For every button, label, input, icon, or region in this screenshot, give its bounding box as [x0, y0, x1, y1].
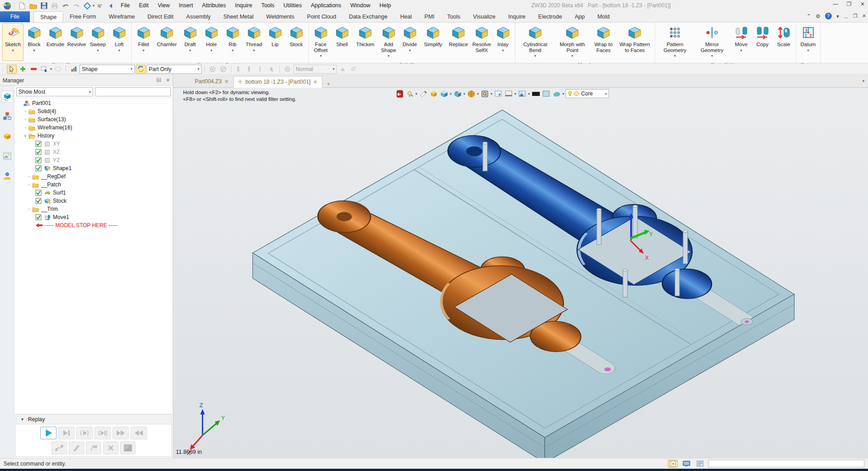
dropdown-arrow-icon[interactable]: ▾ — [807, 48, 809, 52]
tree-row[interactable]: ›Wireframe(16) — [14, 124, 173, 132]
replay-play-button[interactable] — [40, 427, 57, 439]
tab-close-icon[interactable]: ✕ — [224, 79, 228, 85]
menu-applications[interactable]: Applications — [306, 0, 345, 11]
dropdown-arrow-icon[interactable]: ▾ — [502, 48, 504, 52]
tree-expand-arrow[interactable]: › — [23, 125, 28, 130]
window-select-dropdown-icon[interactable]: ▾ — [50, 67, 52, 71]
restore-button[interactable]: ❐ — [845, 1, 853, 7]
erase-icon[interactable] — [419, 89, 428, 98]
tree-row[interactable]: ∨History — [14, 132, 173, 140]
checkbox-checked-icon[interactable] — [35, 141, 42, 147]
ribbon-tab-wireframe[interactable]: Wireframe — [103, 11, 142, 22]
manager-header[interactable]: Manager 回 ✕ — [0, 75, 173, 86]
manager-close-icon[interactable]: ✕ — [166, 77, 170, 83]
menu-inquire[interactable]: Inquire — [231, 0, 257, 11]
move-button[interactable]: Move▾ — [731, 23, 752, 61]
ribbon-tab-pmi[interactable]: PMI — [418, 11, 441, 22]
exit-view-icon[interactable] — [395, 89, 404, 98]
ribbon-tab-data-exchange[interactable]: Data Exchange — [343, 11, 394, 22]
dropdown-arrow-icon[interactable]: ▾ — [253, 48, 255, 52]
scale-button[interactable]: Scale — [773, 23, 794, 61]
tree-row[interactable]: Stock — [14, 197, 173, 205]
ribbon-tab-free-form[interactable]: Free Form — [63, 11, 102, 22]
redo-icon[interactable] — [71, 1, 81, 10]
pick-filter-icon[interactable] — [69, 65, 79, 74]
tree-row[interactable]: Move1 — [14, 213, 173, 221]
replace-button[interactable]: Replace — [446, 23, 471, 61]
menu-view[interactable]: View — [153, 0, 175, 11]
toolbar-grip[interactable]: ⋮ — [1, 67, 6, 71]
loft-button[interactable]: Loft▾ — [108, 23, 130, 61]
standard-view-icon[interactable] — [439, 89, 448, 98]
display-monitor-icon[interactable] — [681, 460, 691, 468]
extrude-button[interactable]: Extrude — [45, 23, 66, 61]
black-color-swatch[interactable] — [531, 89, 540, 98]
dropdown-arrow-icon[interactable]: ▾ — [189, 48, 191, 52]
tab-close-icon[interactable]: ✕ — [313, 79, 317, 85]
assembly-manager-tab[interactable] — [1, 110, 13, 122]
menu-edit[interactable]: Edit — [134, 0, 153, 11]
dropdown-arrow-icon[interactable]: ▾ — [534, 54, 536, 58]
datum-button[interactable]: 312Datum▾ — [797, 23, 819, 61]
menu-help[interactable]: Help — [375, 0, 396, 11]
menu-tools[interactable]: Tools — [257, 0, 279, 11]
tree-row[interactable]: ›Solid(4) — [14, 107, 173, 115]
collapse-ribbon-icon[interactable]: ⌃ — [807, 13, 811, 19]
doc-minimize-button[interactable]: ＿ — [844, 13, 849, 19]
tree-row[interactable]: Shape1 — [14, 164, 173, 172]
fillet-button[interactable]: Fillet▾ — [133, 23, 154, 61]
show-target-icon[interactable] — [429, 89, 438, 98]
pick-select-icon[interactable] — [7, 65, 17, 74]
blue-color-swatch[interactable] — [542, 89, 551, 98]
dropdown-arrow-icon[interactable]: ▾ — [409, 48, 410, 52]
ribbon-tab-weldments[interactable]: Weldments — [260, 11, 301, 22]
command-log-icon[interactable] — [695, 460, 705, 468]
quick-access-dropdown-icon[interactable]: ▾ — [93, 4, 94, 8]
ribbon-tab-assembly[interactable]: Assembly — [180, 11, 217, 22]
viewport[interactable]: Hold down <F2> for dynamic viewing. <F8>… — [173, 88, 868, 458]
mirror-geometry-button[interactable]: Mirror Geometry▾ — [693, 23, 731, 61]
tree-row[interactable]: XY — [14, 140, 173, 148]
manager-search-input[interactable] — [95, 87, 171, 96]
material-icon[interactable] — [552, 89, 561, 98]
sketch-button[interactable]: Sketch▾ — [2, 23, 24, 61]
tree-row-root[interactable]: Part001 — [14, 99, 173, 107]
menu-attributes[interactable]: Attributes — [198, 0, 231, 11]
stock-button[interactable]: Stock — [286, 23, 307, 61]
history-manager-tab[interactable] — [1, 90, 13, 102]
section-view-icon[interactable] — [453, 89, 462, 98]
dropdown-arrow-icon[interactable]: ▾ — [231, 48, 233, 52]
menu-file[interactable]: File — [116, 0, 134, 11]
tree-row[interactable]: ›__RegDef — [14, 172, 173, 181]
lip-button[interactable]: Lip — [264, 23, 286, 61]
tree-row[interactable]: YZ — [14, 156, 173, 164]
ribbon-tab-heal[interactable]: Heal — [394, 11, 418, 22]
multiview-layout-icon[interactable] — [504, 89, 513, 98]
document-tab-1[interactable]: ✛bottom 18 -1.Z3 - [Part001]✕ — [233, 76, 322, 88]
rib-button[interactable]: Rib▾ — [222, 23, 243, 61]
viewport-3d-scene[interactable]: Y X Z Y X — [173, 88, 868, 458]
new-file-icon[interactable] — [17, 1, 27, 10]
show-filter-combo[interactable]: Show Most▾ — [16, 87, 93, 96]
ribbon-tab-point-cloud[interactable]: Point Cloud — [301, 11, 343, 22]
tab-list-dropdown-icon[interactable]: ▾ — [862, 79, 864, 83]
perspective-dropdown-icon[interactable]: ▾ — [477, 92, 479, 96]
dropdown-arrow-icon[interactable]: ▾ — [740, 48, 742, 52]
print-icon[interactable] — [50, 1, 60, 10]
tree-expand-arrow[interactable]: › — [23, 109, 28, 114]
face-offset-button[interactable]: Face Offset▾ — [310, 23, 331, 61]
scope-combo[interactable]: Part Only▾ — [146, 65, 202, 74]
window-select-icon[interactable] — [39, 65, 49, 74]
status-input[interactable] — [708, 460, 864, 467]
dropdown-arrow-icon[interactable]: ▾ — [320, 54, 321, 58]
layout-dropdown-icon[interactable]: ▾ — [514, 92, 516, 96]
entity-filter-combo[interactable]: Shape▾ — [80, 65, 135, 74]
checkbox-checked-icon[interactable] — [35, 149, 42, 155]
tree-expand-arrow[interactable]: › — [23, 117, 28, 122]
wrap-pattern-to-faces-button[interactable]: Wrap Pattern to Faces — [616, 23, 653, 61]
render-manager-tab[interactable] — [1, 150, 13, 162]
settings-gear-icon[interactable]: ⚙ — [816, 13, 821, 19]
entity-filter-toggle-icon[interactable] — [668, 460, 678, 468]
undo-icon[interactable] — [61, 1, 71, 10]
morph-with-point-button[interactable]: Morph with Point▾ — [554, 23, 591, 61]
